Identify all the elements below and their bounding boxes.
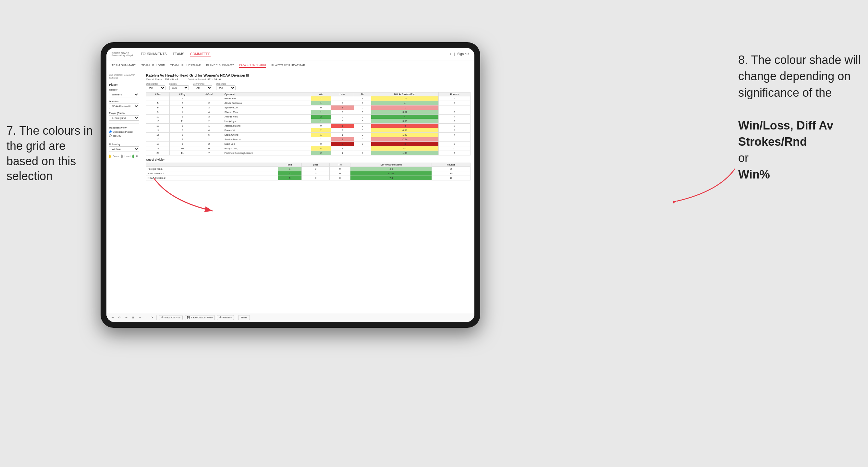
ood-cell-loss: 0 <box>302 172 330 176</box>
nav-right: › | Sign out <box>450 52 469 56</box>
cell-diff: 1.5 <box>371 96 439 101</box>
cell-rounds: 2 <box>438 142 470 146</box>
cell-reg: 1 <box>170 96 195 101</box>
sidebar-colour-by-select[interactable]: Win/loss <box>109 146 139 152</box>
grid-title: Katelyn Vo Head-to-Head Grid for Women's… <box>146 73 470 77</box>
sub-nav-player-h2h-grid[interactable]: PLAYER H2H GRID <box>239 63 266 68</box>
cell-conf: 2 <box>195 142 223 146</box>
cell-div: 3 <box>146 96 170 101</box>
cell-diff: 4 <box>371 101 439 105</box>
ood-cell-rounds: 2 <box>432 167 470 172</box>
cell-diff: 3.67 <box>371 110 439 115</box>
toolbar-grid[interactable]: ⊞ <box>131 315 136 320</box>
sub-nav-team-h2h-grid[interactable]: TEAM H2H GRID <box>142 63 165 67</box>
sub-nav-player-h2h-heatmap[interactable]: PLAYER H2H HEATMAP <box>271 63 305 67</box>
cell-diff: 1.29 <box>371 133 439 137</box>
arrow-right-svg <box>673 165 738 205</box>
nav-committee[interactable]: COMMITTEE <box>190 52 211 57</box>
legend-up-dot <box>132 154 134 158</box>
filter-conference-select[interactable]: (All) <box>193 85 212 90</box>
ood-cell-win: 15 <box>278 172 302 176</box>
nav-teams[interactable]: TEAMS <box>173 52 184 57</box>
cell-conf: 2 <box>195 119 223 124</box>
cell-rounds: 4 <box>438 133 470 137</box>
legend-down-label: Down <box>113 155 119 158</box>
cell-loss: 0 <box>331 96 354 101</box>
cell-div: 20 <box>146 151 170 155</box>
cell-opponent: Federica Domecq Lacroze <box>223 151 311 155</box>
sidebar-division-select[interactable]: NCAA Division III <box>109 103 139 109</box>
table-row: 13 11 2 Heejo Hyun 1 0 0 3.33 3 <box>146 119 470 124</box>
cell-rounds: 9 <box>438 128 470 133</box>
cell-tie: 0 <box>354 124 371 128</box>
cell-opponent: Stella Cheng <box>223 133 311 137</box>
cell-opponent: Eunice Yi <box>223 128 311 133</box>
sign-out-link[interactable]: Sign out <box>457 52 469 56</box>
cell-div: 13 <box>146 119 170 124</box>
sidebar-player-rank-select[interactable]: 8. Katelyn Vo <box>109 115 139 121</box>
ood-cell-rounds: 30 <box>432 172 470 176</box>
ood-cell-win: 5 <box>278 176 302 181</box>
cell-rounds <box>438 105 470 110</box>
sidebar-gender-select[interactable]: Women's <box>109 92 139 97</box>
cell-loss: 1 <box>331 124 354 128</box>
cell-opponent: Alexis Sudjianto <box>223 101 311 105</box>
cell-div: 13 <box>146 124 170 128</box>
table-row: 6 3 3 Sydney Kuo 0 1 0 -1 <box>146 105 470 110</box>
sidebar-division-field: Division NCAA Division III <box>109 100 139 109</box>
toolbar-cut[interactable]: ✂ <box>137 315 143 320</box>
toolbar-refresh[interactable]: ⟳ <box>117 315 122 320</box>
ood-cell-tie: 0 <box>330 176 350 181</box>
toolbar-undo[interactable]: ↩ <box>110 315 115 320</box>
cell-div: 10 <box>146 115 170 119</box>
filter-opponent-select[interactable]: (All) <box>216 85 236 90</box>
ood-section-label: Out of division <box>146 158 470 161</box>
sub-nav-team-h2h-heatmap[interactable]: TEAM H2H HEATMAP <box>170 63 201 67</box>
toolbar-view-original[interactable]: 👁 View: Original <box>159 315 182 320</box>
col-div: # Div <box>146 93 170 96</box>
cell-diff: 3.33 <box>371 119 439 124</box>
toolbar-dot[interactable]: · <box>145 315 148 320</box>
cell-div: 6 <box>146 105 170 110</box>
toolbar-sep2 <box>236 315 236 320</box>
ood-cell-loss: 0 <box>302 176 330 181</box>
filter-conference-label: Conference <box>193 83 212 85</box>
cell-tie: 0 <box>354 105 371 110</box>
col-tie: Tie <box>354 93 371 96</box>
cell-opponent: Jessica Huang <box>223 124 311 128</box>
cell-tie: 0 <box>354 133 371 137</box>
radio-opponents-played[interactable]: Opponents Played <box>109 130 139 133</box>
ood-col-rounds: Rounds <box>432 163 470 167</box>
cell-win: 1 <box>311 119 331 124</box>
table-row: 3 1 1 Esther Lee 1 0 1 1.5 4 <box>146 96 470 101</box>
sub-nav-team-summary[interactable]: TEAM SUMMARY <box>112 63 136 67</box>
cell-opponent: Esther Lee <box>223 96 311 101</box>
filter-row: Opponents: (All) Region (All) Conference <box>146 83 470 90</box>
filter-region-select[interactable]: (All) <box>169 85 189 90</box>
toolbar-watch[interactable]: 👁 Watch ▾ <box>217 315 234 320</box>
cell-loss: 0 <box>331 101 354 105</box>
ood-col-win: Win <box>278 163 302 167</box>
cell-rounds: 3 <box>438 101 470 105</box>
table-row: 19 10 6 Emily Chang 4 1 0 0.3 11 <box>146 146 470 151</box>
toolbar-share[interactable]: Share <box>238 315 250 320</box>
toolbar-reload[interactable]: ⟳ <box>150 315 154 320</box>
nav-tournaments[interactable]: TOURNAMENTS <box>141 52 167 57</box>
sidebar-opponent-view-label: Opponent view <box>109 126 139 129</box>
cell-rounds: 4 <box>438 96 470 101</box>
table-row: 10 6 3 Andrea York 2 0 0 4 4 <box>146 115 470 119</box>
cell-tie: 0 <box>354 119 371 124</box>
col-conf: # Conf <box>195 93 223 96</box>
radio-top100[interactable]: Top 100 <box>109 134 139 137</box>
sub-nav-player-summary[interactable]: PLAYER SUMMARY <box>206 63 234 67</box>
cell-loss: 1 <box>331 133 354 137</box>
toolbar-redo[interactable]: ↪ <box>124 315 129 320</box>
cell-div: 9 <box>146 110 170 115</box>
toolbar-save-custom-view[interactable]: 💾 Save Custom View <box>185 315 215 320</box>
filter-opponents-select[interactable]: (All) <box>146 85 165 90</box>
cell-conf: 1 <box>195 137 223 142</box>
grid-records: Overall Record: 353 - 34 - 6 Division Re… <box>146 78 470 81</box>
table-row: 13 1 1 Jessica Huang 0 1 0 -3 2 <box>146 124 470 128</box>
cell-loss: 1 <box>331 146 354 151</box>
col-loss: Loss <box>331 93 354 96</box>
